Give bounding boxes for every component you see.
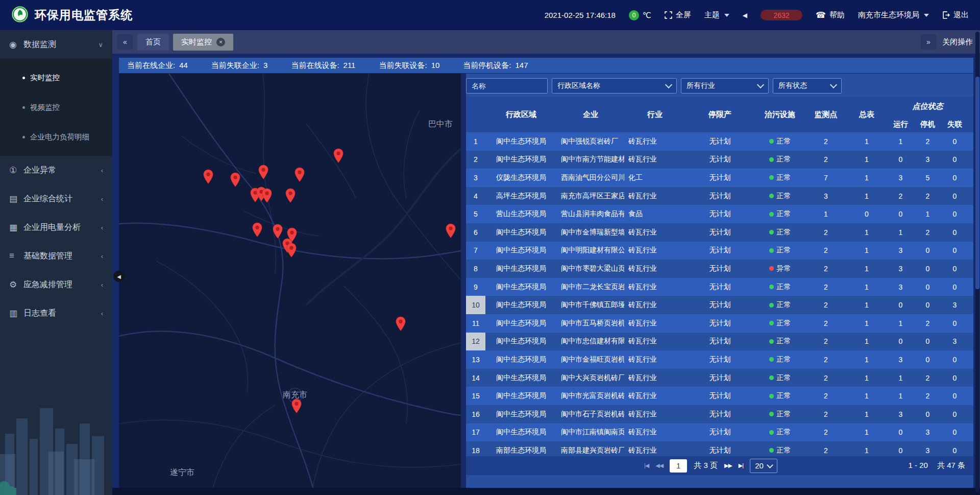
table-row[interactable]: 15阆中生态环境局阆中市光富页岩机砖厂砖瓦行业无计划正常21120 [466, 387, 973, 405]
cell-production: 无计划 [685, 260, 754, 278]
map-pin-icon[interactable] [252, 222, 262, 240]
prev-page-button[interactable]: ◀◀ [655, 462, 663, 469]
total-pages-label: 共 3 页 [694, 461, 718, 470]
cell-run: 0 [887, 441, 914, 456]
table-row[interactable]: 13阆中生态环境局阆中市金福旺页岩机砖砖瓦行业无计划正常21300 [466, 350, 973, 369]
cell-region: 阆中生态环境局 [485, 333, 557, 351]
table-row[interactable]: 3仪陇生态环境局西南油气田分公司川中化工无计划正常71350 [466, 169, 973, 187]
cell-industry: 砖瓦行业 [624, 423, 685, 442]
help-button[interactable]: ☎ 帮助 [816, 10, 845, 20]
map-pin-icon[interactable] [285, 188, 296, 205]
map-pin-icon[interactable] [203, 169, 213, 186]
status-dot-icon [769, 194, 774, 198]
close-icon[interactable]: × [216, 38, 225, 46]
table-row[interactable]: 7阆中生态环境局阆中明阳建材有限公司砖瓦行业无计划正常21300 [466, 242, 973, 260]
map-collapse-button[interactable]: ◀ [113, 271, 125, 282]
table-row[interactable]: 18南部生态环境局南部县建兴页岩砖厂砖瓦行业无计划正常21030 [466, 441, 973, 456]
sidebar-item-emergency-reduction[interactable]: ⚙应急减排管理‹ [0, 270, 112, 299]
table-row[interactable]: 8阆中生态环境局阆中市枣碧大梁山页岩砖瓦行业无计划异常21300 [466, 260, 973, 278]
announcement-icon[interactable]: ◀ [743, 12, 747, 19]
fullscreen-icon [665, 11, 672, 19]
map-pin-icon[interactable] [258, 164, 268, 182]
cell-filler [968, 169, 973, 187]
table-row[interactable]: 10阆中生态环境局阆中市千佛镇五郎垭页岩砖瓦行业无计划正常21003 [466, 296, 973, 314]
status-filter-select[interactable]: 所有状态 [773, 78, 842, 93]
table-row[interactable]: 4高坪生态环境局南充市高坪区王家店建砖瓦行业无计划正常31220 [466, 187, 973, 205]
next-page-button[interactable]: ▶▶ [724, 462, 732, 469]
cell-filler [968, 187, 973, 205]
theme-dropdown[interactable]: 主题 [704, 10, 729, 20]
cell-stop: 2 [914, 314, 941, 333]
map-pin-icon[interactable] [291, 398, 302, 416]
cell-region: 营山生态环境局 [485, 205, 557, 223]
cell-monitor: 2 [805, 333, 846, 351]
cell-industry: 砖瓦行业 [624, 132, 685, 151]
sidebar-item-power-usage-analysis[interactable]: ▦企业用电量分析‹ [0, 213, 112, 242]
cell-company: 营山县润丰肉食品有限 [557, 205, 624, 223]
sidebar-item-data-monitoring[interactable]: ◉数据监测∨ [0, 30, 112, 59]
org-dropdown[interactable]: 南充市生态环境局 [858, 10, 929, 20]
last-page-button[interactable]: ▶| [739, 462, 743, 469]
cell-run: 1 [887, 369, 914, 387]
stat-item: 当前在线设备:211 [291, 61, 355, 70]
cell-stop: 0 [914, 296, 941, 314]
close-operations-button[interactable]: 关闭操作 [942, 37, 973, 47]
sidebar-item-basic-data-management[interactable]: ≡基础数据管理‹ [0, 242, 112, 270]
bottom-strip [112, 488, 980, 495]
first-page-button[interactable]: |◀ [644, 462, 649, 469]
cell-stop: 1 [914, 205, 941, 223]
map-panel[interactable]: 巴中市南充市遂宁市 ◀ [119, 74, 461, 488]
table-row[interactable]: 9阆中生态环境局阆中市二龙长宝页岩砖砖瓦行业无计划正常21300 [466, 278, 973, 296]
scrollbar-thumb[interactable] [975, 77, 979, 289]
sidebar-subitem-video-monitoring[interactable]: 视频监控 [0, 92, 112, 122]
cell-production: 无计划 [685, 242, 754, 260]
sidebar-item-enterprise-statistics[interactable]: ▤企业综合统计‹ [0, 184, 112, 213]
tab-realtime-monitoring[interactable]: 实时监控× [173, 34, 233, 51]
cell-production: 无计划 [685, 132, 754, 151]
cell-company: 阆中市忠信建材有限公 [557, 333, 624, 351]
table-row[interactable]: 6阆中生态环境局阆中市金博瑞新型墙材砖瓦行业无计划正常21120 [466, 223, 973, 242]
name-filter-input[interactable] [466, 78, 548, 93]
map-roads [119, 74, 461, 488]
table-row[interactable]: 12阆中生态环境局阆中市忠信建材有限公砖瓦行业无计划正常21003 [466, 333, 973, 351]
cell-production: 无计划 [685, 405, 754, 423]
table-row[interactable]: 16阆中生态环境局阆中市石子页岩机砖厂砖瓦行业无计划正常21300 [466, 405, 973, 423]
page-size-select[interactable]: 20 [750, 459, 777, 473]
cell-stop: 2 [914, 132, 941, 151]
map-pin-icon[interactable] [294, 167, 305, 184]
table-row[interactable]: 11阆中生态环境局阆中市五马桥页岩机砖砖瓦行业无计划正常21120 [466, 314, 973, 333]
row-index: 13 [466, 350, 485, 369]
vertical-scrollbar[interactable] [975, 32, 979, 492]
map-pin-icon[interactable] [286, 243, 297, 260]
cell-company: 阆中市千佛镇五郎垭页岩 [557, 296, 624, 314]
sidebar-subitem-power-load-detail[interactable]: 企业电力负荷明细 [0, 122, 112, 152]
sidebar-item-log-view[interactable]: ▥日志查看‹ [0, 299, 112, 327]
tab-home[interactable]: 首页 [137, 34, 169, 51]
table-row[interactable]: 5营山生态环境局营山县润丰肉食品有限食品无计划正常10010 [466, 205, 973, 223]
cell-monitor: 2 [805, 223, 846, 242]
cell-region: 高坪生态环境局 [485, 187, 557, 205]
table-row[interactable]: 14阆中生态环境局阆中大兴页岩机砖厂砖瓦行业无计划正常21120 [466, 369, 973, 387]
map-pin-icon[interactable] [333, 148, 344, 166]
table-row[interactable]: 1阆中生态环境局阆中强锐页岩砖厂砖瓦行业无计划正常21120 [466, 132, 973, 151]
sidebar-subitem-realtime-monitoring[interactable]: 实时监控 [0, 63, 112, 92]
map-pin-icon[interactable] [396, 316, 406, 334]
map-pin-icon[interactable] [262, 188, 273, 205]
table-row[interactable]: 17阆中生态环境局阆中市江南镇阆南页岩砖瓦行业无计划正常21030 [466, 423, 973, 442]
logout-button[interactable]: 退出 [942, 10, 969, 20]
table-row[interactable]: 2阆中生态环境局阆中市南方节能建材有砖瓦行业无计划正常21030 [466, 151, 973, 169]
tabs-scroll-right-button[interactable]: » [921, 34, 936, 50]
fullscreen-button[interactable]: 全屏 [665, 10, 691, 20]
notification-badge[interactable]: 2632 [761, 10, 802, 20]
page-number-input[interactable]: 1 [670, 459, 687, 473]
tabs-scroll-left-button[interactable]: « [117, 34, 133, 50]
status-dot-icon [769, 303, 774, 308]
cell-monitor: 2 [805, 132, 846, 151]
map-pin-icon[interactable] [230, 172, 240, 190]
sidebar-item-enterprise-abnormal[interactable]: ①企业异常‹ [0, 156, 112, 184]
industry-filter-select[interactable]: 所有行业 [681, 78, 769, 93]
region-filter-select[interactable]: 行政区域名称 [552, 78, 677, 93]
app-logo-icon [11, 6, 29, 25]
cell-region: 阆中生态环境局 [485, 369, 557, 387]
map-pin-icon[interactable] [445, 223, 456, 241]
